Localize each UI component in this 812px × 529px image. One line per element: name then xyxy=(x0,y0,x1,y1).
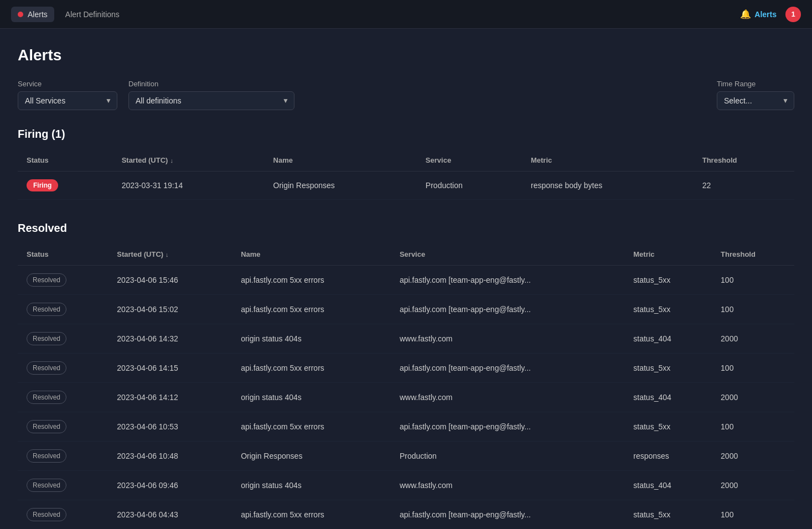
resolved-badge: Resolved xyxy=(27,479,66,492)
resolved-started-sort-icon: ↓ xyxy=(165,251,169,258)
resolved-table-row[interactable]: Resolved 2023-04-06 10:53 api.fastly.com… xyxy=(18,412,794,442)
firing-col-started: Started (UTC) ↓ xyxy=(113,149,265,172)
time-range-select[interactable]: Select... xyxy=(717,91,794,110)
firing-status-cell: Firing xyxy=(18,172,113,200)
definition-filter-label: Definition xyxy=(128,80,294,88)
resolved-header-row: Status Started (UTC) ↓ Name Service xyxy=(18,243,794,266)
page-title: Alerts xyxy=(18,46,794,64)
resolved-col-status: Status xyxy=(18,243,108,266)
resolved-badge: Resolved xyxy=(27,361,66,375)
resolved-name-cell: Origin Responses xyxy=(232,442,391,471)
resolved-col-service: Service xyxy=(391,243,624,266)
resolved-service-cell: api.fastly.com [team-app-eng@fastly... xyxy=(391,500,624,530)
service-select-wrapper: All Services ▼ xyxy=(18,91,117,110)
definition-select-wrapper: All definitions ▼ xyxy=(128,91,294,110)
nav-left: Alerts Alert Definitions xyxy=(11,7,120,22)
firing-col-threshold: Threshold xyxy=(694,149,794,172)
resolved-threshold-cell: 2000 xyxy=(712,383,794,412)
resolved-started-cell: 2023-04-06 10:48 xyxy=(108,442,232,471)
definition-select[interactable]: All definitions xyxy=(128,91,294,110)
resolved-started-cell: 2023-04-06 15:46 xyxy=(108,266,232,295)
resolved-service-cell: www.fastly.com xyxy=(391,471,624,500)
nav-alerts-label: Alerts xyxy=(28,10,48,19)
resolved-col-name: Name xyxy=(232,243,391,266)
resolved-badge: Resolved xyxy=(27,391,66,404)
resolved-metric-cell: status_404 xyxy=(624,383,712,412)
resolved-table-row[interactable]: Resolved 2023-04-06 14:15 api.fastly.com… xyxy=(18,354,794,383)
nav-breadcrumb: Alert Definitions xyxy=(65,10,120,19)
resolved-name-cell: origin status 404s xyxy=(232,383,391,412)
resolved-metric-cell: status_5xx xyxy=(624,354,712,383)
resolved-metric-cell: responses xyxy=(624,442,712,471)
filters-row: Service All Services ▼ Definition All de… xyxy=(18,80,794,110)
resolved-started-cell: 2023-04-06 10:53 xyxy=(108,412,232,442)
resolved-metric-cell: status_404 xyxy=(624,471,712,500)
firing-metric-cell: response body bytes xyxy=(522,172,694,200)
resolved-metric-cell: status_5xx xyxy=(624,266,712,295)
firing-col-metric: Metric xyxy=(522,149,694,172)
resolved-status-cell: Resolved xyxy=(18,412,108,442)
resolved-table-header: Status Started (UTC) ↓ Name Service xyxy=(18,243,794,266)
resolved-name-cell: api.fastly.com 5xx errors xyxy=(232,354,391,383)
resolved-metric-cell: status_5xx xyxy=(624,412,712,442)
resolved-badge: Resolved xyxy=(27,420,66,433)
resolved-name-cell: api.fastly.com 5xx errors xyxy=(232,412,391,442)
resolved-status-cell: Resolved xyxy=(18,471,108,500)
resolved-threshold-cell: 2000 xyxy=(712,471,794,500)
resolved-badge: Resolved xyxy=(27,508,66,521)
resolved-table-row[interactable]: Resolved 2023-04-06 09:46 origin status … xyxy=(18,471,794,500)
alerts-nav-link[interactable]: 🔔 Alerts xyxy=(740,9,777,19)
resolved-table-row[interactable]: Resolved 2023-04-06 15:46 api.fastly.com… xyxy=(18,266,794,295)
resolved-section: Resolved Status Started (UTC) ↓ Name xyxy=(18,222,794,529)
firing-col-name: Name xyxy=(265,149,417,172)
resolved-table-row[interactable]: Resolved 2023-04-06 10:48 Origin Respons… xyxy=(18,442,794,471)
resolved-metric-cell: status_5xx xyxy=(624,500,712,530)
resolved-status-cell: Resolved xyxy=(18,324,108,354)
bell-icon: 🔔 xyxy=(740,9,751,19)
resolved-service-cell: api.fastly.com [team-app-eng@fastly... xyxy=(391,354,624,383)
firing-name-cell: Origin Responses xyxy=(265,172,417,200)
resolved-table-row[interactable]: Resolved 2023-04-06 15:02 api.fastly.com… xyxy=(18,295,794,324)
resolved-table-row[interactable]: Resolved 2023-04-06 14:32 origin status … xyxy=(18,324,794,354)
resolved-status-cell: Resolved xyxy=(18,500,108,530)
time-range-select-wrapper: Select... ▼ xyxy=(717,91,794,110)
resolved-badge: Resolved xyxy=(27,332,66,345)
firing-service-cell: Production xyxy=(417,172,522,200)
started-sort-icon: ↓ xyxy=(170,157,173,164)
firing-table-row[interactable]: Firing 2023-03-31 19:14 Origin Responses… xyxy=(18,172,794,200)
resolved-service-cell: www.fastly.com xyxy=(391,383,624,412)
nav-dot-icon xyxy=(18,12,23,17)
avatar[interactable]: 1 xyxy=(785,7,801,22)
resolved-table-row[interactable]: Resolved 2023-04-06 14:12 origin status … xyxy=(18,383,794,412)
service-select[interactable]: All Services xyxy=(18,91,117,110)
resolved-started-cell: 2023-04-06 09:46 xyxy=(108,471,232,500)
firing-header-row: Status Started (UTC) ↓ Name Service xyxy=(18,149,794,172)
resolved-service-cell: api.fastly.com [team-app-eng@fastly... xyxy=(391,295,624,324)
resolved-section-title: Resolved xyxy=(18,222,794,235)
resolved-table-row[interactable]: Resolved 2023-04-06 04:43 api.fastly.com… xyxy=(18,500,794,530)
firing-badge: Firing xyxy=(27,179,58,191)
resolved-col-metric: Metric xyxy=(624,243,712,266)
resolved-threshold-cell: 100 xyxy=(712,412,794,442)
time-range-filter-label: Time Range xyxy=(717,80,794,88)
resolved-status-cell: Resolved xyxy=(18,354,108,383)
resolved-name-cell: api.fastly.com 5xx errors xyxy=(232,266,391,295)
firing-threshold-cell: 22 xyxy=(694,172,794,200)
resolved-status-cell: Resolved xyxy=(18,295,108,324)
resolved-threshold-cell: 100 xyxy=(712,266,794,295)
page-content: Alerts Service All Services ▼ Definition… xyxy=(0,29,812,529)
firing-table: Status Started (UTC) ↓ Name Service xyxy=(18,149,794,200)
resolved-badge: Resolved xyxy=(27,303,66,316)
resolved-service-cell: api.fastly.com [team-app-eng@fastly... xyxy=(391,412,624,442)
resolved-started-cell: 2023-04-06 14:15 xyxy=(108,354,232,383)
service-filter-label: Service xyxy=(18,80,117,88)
resolved-metric-cell: status_404 xyxy=(624,324,712,354)
resolved-name-cell: origin status 404s xyxy=(232,471,391,500)
firing-col-service: Service xyxy=(417,149,522,172)
resolved-threshold-cell: 100 xyxy=(712,354,794,383)
resolved-threshold-cell: 2000 xyxy=(712,442,794,471)
nav-alerts-button[interactable]: Alerts xyxy=(11,7,54,22)
resolved-col-threshold: Threshold xyxy=(712,243,794,266)
top-nav: Alerts Alert Definitions 🔔 Alerts 1 xyxy=(0,0,812,29)
time-range-filter-group: Time Range Select... ▼ xyxy=(717,80,794,110)
